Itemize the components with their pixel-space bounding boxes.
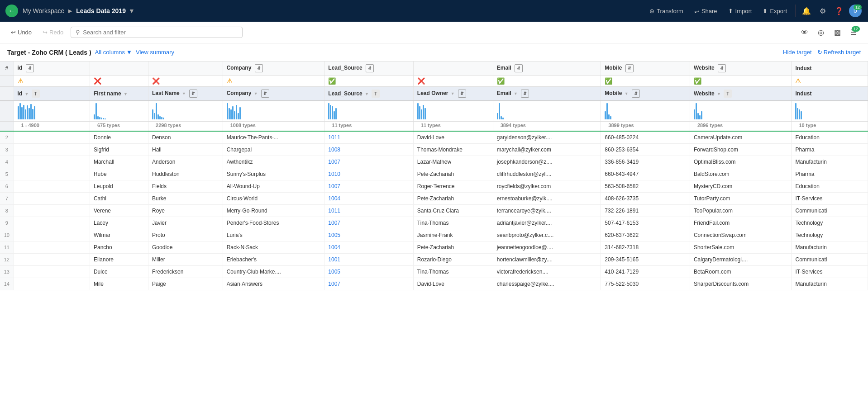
redo-button[interactable]: ↪ Redo: [39, 27, 67, 38]
cell-id: [14, 156, 90, 168]
import-icon: ⬆: [728, 8, 733, 14]
import-button[interactable]: ⬆ Import: [724, 5, 757, 17]
bar: [795, 103, 796, 119]
breadcrumb-arrow: ►: [67, 7, 73, 14]
workspace-label[interactable]: My Workspace: [23, 7, 64, 14]
leadsrc-sort-arrow[interactable]: ▼: [365, 92, 369, 96]
website-type-badge[interactable]: T: [724, 90, 732, 98]
leadown-sort-arrow[interactable]: ▼: [451, 91, 455, 96]
cell-first: Elianore: [90, 254, 148, 266]
row-num-cell: 9: [0, 217, 14, 229]
cell-company: Country·Club·Marke....: [223, 266, 324, 278]
bar: [103, 118, 104, 119]
email-sort-arrow[interactable]: ▼: [514, 91, 518, 96]
col-header-industry: Indust: [792, 61, 868, 76]
leadsrc-type-badge[interactable]: T: [372, 90, 380, 98]
layout-button[interactable]: ☰ 12: [846, 25, 861, 40]
leadown-expand-icon[interactable]: ⇵: [458, 90, 466, 98]
website-sort-arrow[interactable]: ▼: [717, 92, 721, 96]
cell-id: [14, 278, 90, 290]
company-expand-icon-2[interactable]: ⇵: [261, 90, 269, 98]
title-dropdown-icon[interactable]: ▼: [129, 7, 135, 14]
status-website: ✅: [690, 76, 792, 87]
row-num-cell: 8: [0, 205, 14, 217]
chart-lead-owner: [413, 101, 493, 122]
row-num-cell: 14: [0, 278, 14, 290]
table-row: 8 Verene Roye Merry-Go-Round 1011 Santa·…: [0, 205, 868, 217]
undo-button[interactable]: ↩ Undo: [7, 27, 35, 38]
cell-last: Paige: [148, 278, 223, 290]
cell-industry: Pharma: [792, 168, 868, 180]
chart-mobile: [601, 101, 690, 122]
export-button[interactable]: ⬆ Export: [758, 5, 792, 17]
search-bar[interactable]: ⚲: [71, 27, 243, 38]
bar: [25, 109, 26, 119]
email-expand-icon-2[interactable]: ⇵: [521, 90, 529, 98]
col-header-company: Company ⇵: [223, 61, 324, 76]
bar: [699, 115, 701, 119]
eye-button[interactable]: 👁: [797, 25, 812, 40]
refresh-icon: ↻: [817, 49, 822, 56]
cell-industry: Manufacturin: [792, 241, 868, 254]
cell-industry: IT·Services: [792, 193, 868, 205]
col-name-lead-source: Lead_Source ▼ T: [324, 87, 414, 101]
bar: [801, 111, 802, 119]
notification-badge: 12: [854, 5, 862, 10]
col-email-expand-icon[interactable]: ⇵: [515, 64, 523, 72]
cell-mobile: 410-241-7129: [601, 266, 690, 278]
cell-company: Asian·Answers: [223, 278, 324, 290]
cell-last: Burke: [148, 193, 223, 205]
back-button[interactable]: ←: [5, 5, 18, 17]
refresh-target-label: Refresh target: [824, 49, 861, 56]
status-lead-owner: ❌: [413, 76, 493, 87]
col-id-expand-icon[interactable]: ⇵: [26, 64, 34, 72]
refresh-target-link[interactable]: ↻ Refresh target: [817, 49, 861, 56]
transform-button[interactable]: ⊕ Transform: [645, 5, 688, 17]
target-button[interactable]: ◎: [814, 25, 828, 40]
data-grid[interactable]: # id ⇵ Company ⇵ Lead_Source ⇵ Email: [0, 61, 868, 416]
avatar-button[interactable]: U 12: [848, 4, 863, 18]
search-icon: ⚲: [76, 29, 80, 36]
count-lead-owner-label: 11 types: [417, 122, 444, 130]
bar: [417, 103, 419, 119]
col-company-expand-icon[interactable]: ⇵: [255, 64, 263, 72]
last-sort-arrow[interactable]: ▼: [182, 91, 186, 96]
cell-company: Maurice·The·Pants·...: [223, 131, 324, 144]
settings-button[interactable]: ⚙: [816, 4, 830, 18]
cell-company: All·Wound·Up: [223, 180, 324, 193]
bar: [701, 111, 702, 119]
col-mobile-expand-icon[interactable]: ⇵: [625, 64, 634, 72]
company-sort-arrow[interactable]: ▼: [254, 91, 258, 96]
bar: [501, 116, 502, 119]
status-warn-icon-3: ⚠: [795, 77, 801, 85]
cell-lead-owner: Pete·Zachariah: [413, 193, 493, 205]
id-type-badge[interactable]: T: [32, 90, 40, 98]
id-sort-arrow[interactable]: ▼: [25, 92, 29, 96]
cell-company: Chargepal: [223, 144, 324, 156]
col-lead-source-expand-icon[interactable]: ⇵: [366, 64, 374, 72]
all-columns-link[interactable]: All columns ▼: [95, 49, 132, 56]
bar: [610, 116, 611, 119]
search-input[interactable]: [83, 29, 238, 36]
bar: [161, 117, 162, 119]
mobile-expand-icon[interactable]: ⇵: [632, 90, 640, 98]
bar: [328, 103, 329, 119]
leads-table: # id ⇵ Company ⇵ Lead_Source ⇵ Email: [0, 61, 868, 290]
layout-badge: 12: [852, 26, 860, 32]
last-expand-icon[interactable]: ⇵: [189, 90, 197, 98]
view-summary-link[interactable]: View summary: [136, 49, 174, 56]
cell-last: Huddleston: [148, 168, 223, 180]
col-website-expand-icon[interactable]: ⇵: [718, 64, 726, 72]
help-button[interactable]: ❓: [832, 4, 846, 18]
chart-button[interactable]: ▩: [830, 25, 844, 40]
notifications-button[interactable]: 🔔: [799, 4, 814, 18]
mobile-sort-arrow[interactable]: ▼: [625, 91, 629, 96]
share-button[interactable]: ⥅ Share: [690, 5, 722, 17]
bar: [23, 105, 24, 119]
cell-email: hortenciawmiller@zy....: [493, 254, 601, 266]
share-icon: ⥅: [694, 8, 699, 14]
hide-target-link[interactable]: Hide target: [783, 49, 812, 56]
bar: [423, 105, 424, 119]
cell-company: Circus·World: [223, 193, 324, 205]
first-sort-arrow[interactable]: ▼: [124, 92, 128, 96]
